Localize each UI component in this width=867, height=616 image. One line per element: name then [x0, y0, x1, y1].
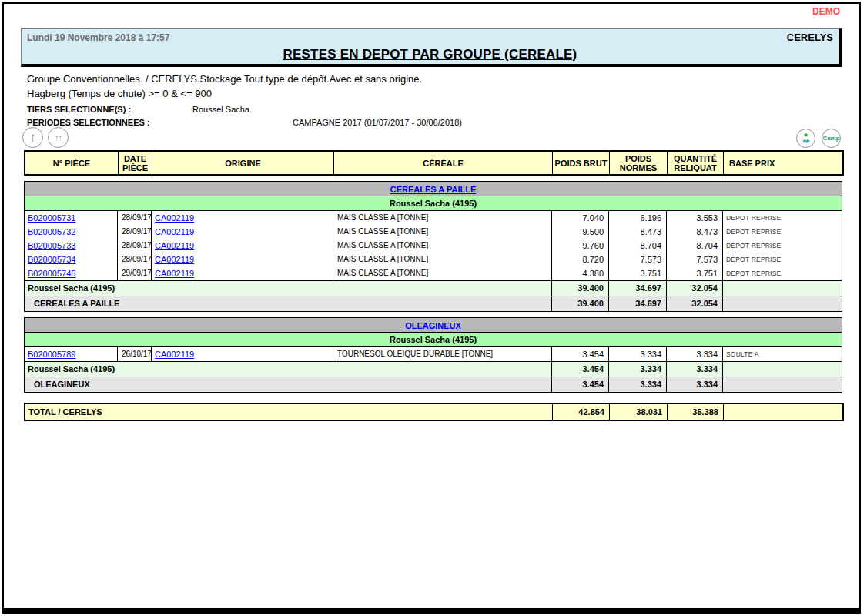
campagne-button-label: Camp — [822, 135, 839, 142]
group-subtotal-brut: 39.400 — [551, 296, 608, 311]
quantite-reliquat-cell: 8.704 — [666, 239, 722, 253]
piece-cell: B020005733 — [25, 239, 117, 253]
stars-filter-button[interactable]: * ** — [796, 129, 815, 148]
header-piece: N° PIÈCE — [25, 152, 118, 174]
base-prix-cell: DEPOT REPRISE — [722, 253, 842, 266]
periodes-value: CAMPAGNE 2017 (01/07/2017 - 30/06/2018) — [293, 118, 462, 127]
tiers-subtotal-row: Roussel Sacha (4195) 39.400 34.697 32.05… — [25, 281, 842, 296]
poids-brut-cell: 3.454 — [551, 347, 608, 362]
cereale-cell: MAIS CLASSE A [TONNE] — [333, 266, 551, 281]
group-cereales-a-paille: CEREALES A PAILLE Roussel Sacha (4195) B… — [24, 181, 842, 312]
poids-normes-cell: 7.573 — [608, 253, 666, 266]
piece-link[interactable]: B020005745 — [28, 269, 75, 278]
report-page: DEMO Lundi 19 Novembre 2018 à 17:57 CERE… — [2, 2, 861, 614]
tiers-subtotal-brut: 39.400 — [551, 281, 608, 296]
cereale-cell: MAIS CLASSE A [TONNE] — [333, 239, 551, 253]
double-star-icon: ** — [802, 139, 808, 146]
piece-link[interactable]: B020005734 — [28, 255, 75, 264]
header-cereale: CÉRÉALE — [333, 152, 552, 174]
group-subtotal-brut: 3.454 — [551, 377, 608, 392]
grand-total-normes: 38.031 — [609, 404, 667, 420]
group-link-oleagineux[interactable]: OLEAGINEUX — [405, 321, 461, 330]
group-oleagineux: OLEAGINEUX Roussel Sacha (4195) B0200057… — [24, 317, 842, 393]
tiers-subtotal-reliquat: 32.054 — [666, 281, 722, 296]
quantite-reliquat-cell: 3.751 — [666, 266, 722, 281]
group-link-cereales-a-paille[interactable]: CEREALES A PAILLE — [390, 185, 476, 194]
date-cell: 28/09/17 — [117, 211, 151, 225]
double-up-arrow-icon: ↑↑ — [55, 133, 62, 142]
header-base-prix: BASE PRIX — [723, 152, 842, 174]
origine-link[interactable]: CA002119 — [155, 227, 194, 236]
tiers-subtotal-brut: 3.454 — [551, 362, 608, 377]
campagne-button[interactable]: Camp — [822, 129, 841, 148]
poids-brut-cell: 8.720 — [551, 253, 608, 266]
scroll-top-button[interactable]: ↑ — [22, 127, 43, 148]
poids-brut-cell: 9.760 — [551, 239, 608, 253]
tiers-subtotal-label: Roussel Sacha (4195) — [25, 281, 551, 296]
date-cell: 28/09/17 — [117, 253, 151, 266]
filter-group-line: Groupe Conventionnelles. / CERELYS.Stock… — [27, 73, 422, 85]
tiers-label: TIERS SELECTIONNE(S) : — [27, 105, 131, 114]
date-cell: 28/09/17 — [117, 239, 151, 253]
cereale-cell: MAIS CLASSE A [TONNE] — [333, 225, 551, 239]
tiers-subtotal-base — [722, 362, 842, 377]
poids-brut-cell: 7.040 — [551, 211, 608, 225]
table-row: B020005789 26/10/17 CA002119 TOURNESOL O… — [25, 347, 842, 362]
tiers-subtotal-row: Roussel Sacha (4195) 3.454 3.334 3.334 — [25, 362, 842, 377]
origine-link[interactable]: CA002119 — [155, 241, 194, 250]
piece-cell: B020005789 — [25, 347, 117, 362]
quantite-reliquat-cell: 3.334 — [666, 347, 722, 362]
origine-link[interactable]: CA002119 — [155, 350, 194, 359]
group-subtotal-normes: 34.697 — [608, 296, 666, 311]
periodes-label: PERIODES SELECTIONNEES : — [27, 118, 150, 127]
origine-cell: CA002119 — [151, 225, 333, 239]
tiers-subtotal-base — [722, 281, 842, 296]
piece-link[interactable]: B020005789 — [28, 350, 75, 359]
piece-cell: B020005734 — [25, 253, 117, 266]
origine-cell: CA002119 — [151, 266, 333, 281]
group-band: CEREALES A PAILLE — [25, 182, 842, 196]
base-prix-cell: DEPOT REPRISE — [722, 239, 842, 253]
header-poids-normes: POIDS NORMES — [609, 152, 667, 174]
poids-brut-cell: 9.500 — [551, 225, 608, 239]
piece-link[interactable]: B020005731 — [28, 213, 75, 223]
table-header-row: N° PIÈCE DATE PIÈCE ORIGINE CÉRÉALE POID… — [24, 150, 844, 176]
origine-link[interactable]: CA002119 — [155, 269, 194, 278]
base-prix-cell: DEPOT REPRISE — [722, 266, 842, 281]
table-row: B020005733 28/09/17 CA002119 MAIS CLASSE… — [25, 239, 842, 253]
origine-cell: CA002119 — [151, 239, 333, 253]
grand-total-base — [723, 404, 842, 420]
poids-normes-cell: 8.473 — [608, 225, 666, 239]
origine-link[interactable]: CA002119 — [155, 255, 194, 264]
poids-normes-cell: 3.751 — [608, 266, 666, 281]
cereale-cell: MAIS CLASSE A [TONNE] — [333, 253, 551, 266]
piece-link[interactable]: B020005733 — [28, 241, 75, 250]
quantite-reliquat-cell: 8.473 — [666, 225, 722, 239]
demo-badge: DEMO — [812, 6, 840, 17]
tiers-subtotal-reliquat: 3.334 — [666, 362, 722, 377]
group-subtotal-row: OLEAGINEUX 3.454 3.334 3.334 — [25, 377, 842, 392]
nav-button-group: ↑ ↑↑ — [22, 127, 69, 148]
poids-normes-cell: 6.196 — [608, 211, 666, 225]
piece-link[interactable]: B020005732 — [28, 227, 75, 236]
origine-link[interactable]: CA002119 — [155, 213, 194, 223]
base-prix-cell: SOULTE A — [722, 347, 842, 362]
table-row: B020005731 28/09/17 CA002119 MAIS CLASSE… — [25, 211, 842, 225]
table-row: B020005732 28/09/17 CA002119 MAIS CLASSE… — [25, 225, 842, 239]
filter-hagberg-line: Hagberg (Temps de chute) >= 0 & <= 900 — [27, 88, 212, 99]
base-prix-cell: DEPOT REPRISE — [722, 211, 842, 225]
report-table: N° PIÈCE DATE PIÈCE ORIGINE CÉRÉALE POID… — [24, 150, 841, 421]
group-subtotal-normes: 3.334 — [608, 377, 666, 392]
tiers-band: Roussel Sacha (4195) — [25, 333, 842, 347]
tiers-subtotal-normes: 34.697 — [608, 281, 666, 296]
origine-cell: CA002119 — [151, 347, 333, 362]
scroll-top-fast-button[interactable]: ↑↑ — [48, 127, 69, 148]
group-subtotal-label: CEREALES A PAILLE — [25, 296, 551, 311]
table-row: B020005734 28/09/17 CA002119 MAIS CLASSE… — [25, 253, 842, 266]
poids-normes-cell: 8.704 — [608, 239, 666, 253]
date-cell: 26/10/17 — [117, 347, 151, 362]
group-subtotal-row: CEREALES A PAILLE 39.400 34.697 32.054 — [25, 296, 842, 311]
grand-total-brut: 42.854 — [552, 404, 609, 420]
piece-cell: B020005731 — [25, 211, 117, 225]
origine-cell: CA002119 — [151, 253, 333, 266]
